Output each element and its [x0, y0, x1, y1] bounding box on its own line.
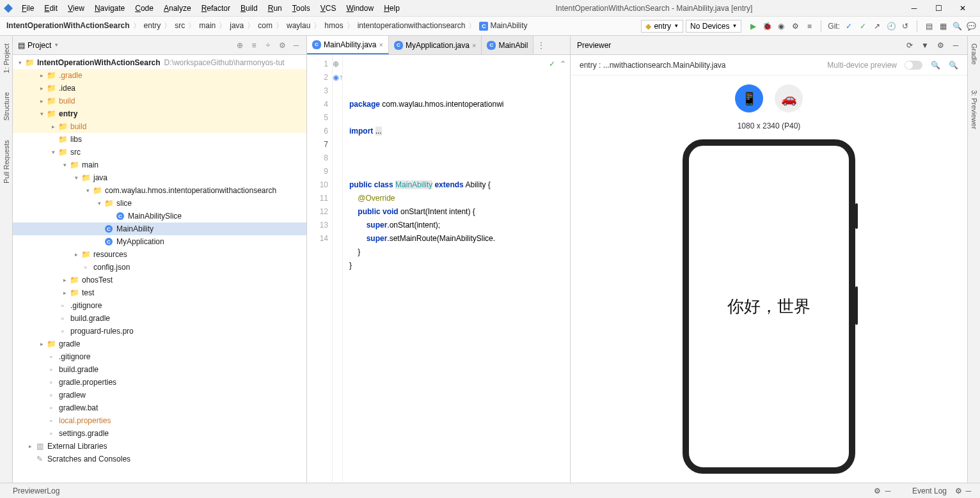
menu-navigate[interactable]: Navigate	[91, 3, 129, 14]
tree-item[interactable]: ▸📁build	[13, 95, 306, 107]
tree-item[interactable]: ▫settings.gradle	[13, 427, 306, 440]
crumb-6[interactable]: waylau	[284, 20, 313, 31]
menu-help[interactable]: Help	[380, 3, 404, 14]
crumb-0[interactable]: IntentOperationWithActionSearch	[4, 20, 132, 31]
tree-item[interactable]: CMainAbilitySlice	[13, 210, 306, 222]
maximize-button[interactable]: ☐	[929, 2, 948, 15]
rail-structure[interactable]: Structure	[3, 92, 10, 121]
status-gear-icon[interactable]: ⚙	[873, 486, 883, 496]
coverage-icon[interactable]: ◉	[776, 21, 786, 31]
crumb-2[interactable]: src	[172, 20, 187, 31]
crumb-5[interactable]: com	[255, 20, 275, 31]
profile-icon[interactable]: ⚙	[790, 21, 800, 31]
hide-icon[interactable]: ─	[291, 40, 301, 51]
tree-item[interactable]: ▫config.json	[13, 261, 306, 274]
crumb-9[interactable]: CMainAbility	[477, 20, 530, 32]
tree-item[interactable]: ▸📁.idea	[13, 82, 306, 95]
tree-item[interactable]: ▫gradlew.bat	[13, 401, 306, 414]
rail-gradle[interactable]: Gradle	[970, 43, 978, 65]
refresh-icon[interactable]: ⟳	[905, 40, 915, 51]
tab-MainAbil[interactable]: CMainAbil	[482, 36, 533, 54]
crumb-8[interactable]: intentoperationwithactionsearch	[355, 20, 468, 31]
tree-item[interactable]: ▾📁com.waylau.hmos.intentoperationwithact…	[13, 184, 306, 197]
previewer-hide-icon[interactable]: ─	[951, 40, 961, 51]
tree-item[interactable]: ▫gradlew	[13, 389, 306, 401]
tree-item[interactable]: ▸📁ohosTest	[13, 274, 306, 286]
tree-item[interactable]: ▾📁entry	[13, 107, 306, 120]
menu-build[interactable]: Build	[237, 3, 262, 14]
tree-item[interactable]: ▸📁gradle	[13, 338, 306, 350]
tree-item[interactable]: ▸📁resources	[13, 248, 306, 261]
menu-analyze[interactable]: Analyze	[160, 3, 195, 14]
status-gear2-icon[interactable]: ⚙	[953, 486, 963, 496]
rail-project[interactable]: 1: Project	[3, 43, 10, 73]
zoom-in-icon[interactable]: 🔍	[948, 60, 958, 70]
menu-tools[interactable]: Tools	[288, 3, 314, 14]
crumb-4[interactable]: java	[227, 20, 246, 31]
tree-item[interactable]: ▾📁main	[13, 159, 306, 171]
previewer-gear-icon[interactable]: ⚙	[935, 40, 945, 51]
code-editor[interactable]: ✓ ⌃ package com.waylau.hmos.intentoperat…	[343, 55, 570, 483]
menu-refactor[interactable]: Refactor	[198, 3, 234, 14]
collapse-icon[interactable]: ÷	[263, 40, 273, 51]
tree-item[interactable]: ▫.gitignore	[13, 350, 306, 363]
status-hide-icon[interactable]: ─	[883, 486, 893, 496]
tree-item[interactable]: ▸📁test	[13, 286, 306, 299]
tabs-more-icon[interactable]: ⋮	[533, 41, 549, 50]
tab-MainAbility.java[interactable]: CMainAbility.java×	[307, 36, 389, 54]
tree-item[interactable]: CMainAbility	[13, 222, 306, 235]
menu-run[interactable]: Run	[264, 3, 286, 14]
tree-item[interactable]: ✎Scratches and Consoles	[13, 453, 306, 465]
zoom-out-icon[interactable]: 🔍	[930, 60, 940, 70]
close-button[interactable]: ✕	[953, 2, 972, 15]
tree-item[interactable]: ▫build.gradle	[13, 312, 306, 325]
tab-close-icon[interactable]: ×	[379, 41, 383, 49]
tree-item[interactable]: ▾📁src	[13, 146, 306, 159]
tree-item[interactable]: ▫.gitignore	[13, 299, 306, 312]
tree-item[interactable]: ▾📁java	[13, 171, 306, 184]
multi-device-toggle[interactable]	[905, 61, 922, 70]
gear-icon[interactable]: ⚙	[277, 40, 287, 51]
run-config-combo[interactable]: ◆entry▼	[641, 20, 683, 33]
structure-icon[interactable]: ▤	[924, 21, 934, 31]
menu-file[interactable]: File	[18, 3, 38, 14]
layout-icon[interactable]: ▦	[938, 21, 948, 31]
tree-root[interactable]: ▾ 📁 IntentOperationWithActionSearch D:\w…	[13, 56, 306, 69]
tree-item[interactable]: ▸📁build	[13, 120, 306, 133]
search-icon[interactable]: 🔍	[952, 21, 962, 31]
stop-icon[interactable]: ■	[804, 21, 814, 31]
menu-window[interactable]: Window	[342, 3, 377, 14]
event-log[interactable]: Event Log	[906, 486, 953, 495]
previewer-log[interactable]: PreviewerLog	[6, 486, 66, 495]
status-hide2-icon[interactable]: ─	[963, 486, 974, 496]
devices-combo[interactable]: No Devices▼	[686, 20, 741, 33]
locate-icon[interactable]: ⊕	[235, 40, 245, 51]
phone-device-button[interactable]: 📱	[735, 84, 763, 113]
project-tree[interactable]: ▾ 📁 IntentOperationWithActionSearch D:\w…	[13, 55, 306, 483]
crumb-1[interactable]: entry	[141, 20, 164, 31]
tree-item[interactable]: ▫local.properties	[13, 414, 306, 427]
menu-edit[interactable]: Edit	[40, 3, 61, 14]
assist-icon[interactable]: 💬	[966, 21, 976, 31]
filter-icon[interactable]: ▼	[920, 40, 930, 51]
git-rollback-icon[interactable]: ↺	[900, 21, 910, 31]
debug-icon[interactable]: 🐞	[762, 21, 772, 31]
car-device-button[interactable]: 🚗	[775, 84, 803, 113]
tab-MyApplication.java[interactable]: CMyApplication.java×	[389, 36, 482, 54]
menu-code[interactable]: Code	[131, 3, 157, 14]
tree-item[interactable]: ▫gradle.properties	[13, 376, 306, 389]
tree-item[interactable]: ▸📁.gradle	[13, 69, 306, 82]
tab-close-icon[interactable]: ×	[472, 42, 476, 49]
tree-item[interactable]: ▾📁slice	[13, 197, 306, 210]
minimize-button[interactable]: ─	[905, 2, 924, 15]
crumb-7[interactable]: hmos	[322, 20, 345, 31]
expand-icon[interactable]: ≡	[249, 40, 259, 51]
menu-view[interactable]: View	[64, 3, 88, 14]
inspection-check-icon[interactable]: ✓ ⌃	[549, 58, 566, 71]
tree-item[interactable]: CMyApplication	[13, 235, 306, 248]
tree-item[interactable]: ▫build.gradle	[13, 363, 306, 376]
git-commit-icon[interactable]: ✓	[858, 21, 868, 31]
git-history-icon[interactable]: 🕘	[886, 21, 896, 31]
rail-pull-requests[interactable]: Pull Requests	[3, 140, 10, 183]
tree-item[interactable]: ▸▥External Libraries	[13, 440, 306, 453]
